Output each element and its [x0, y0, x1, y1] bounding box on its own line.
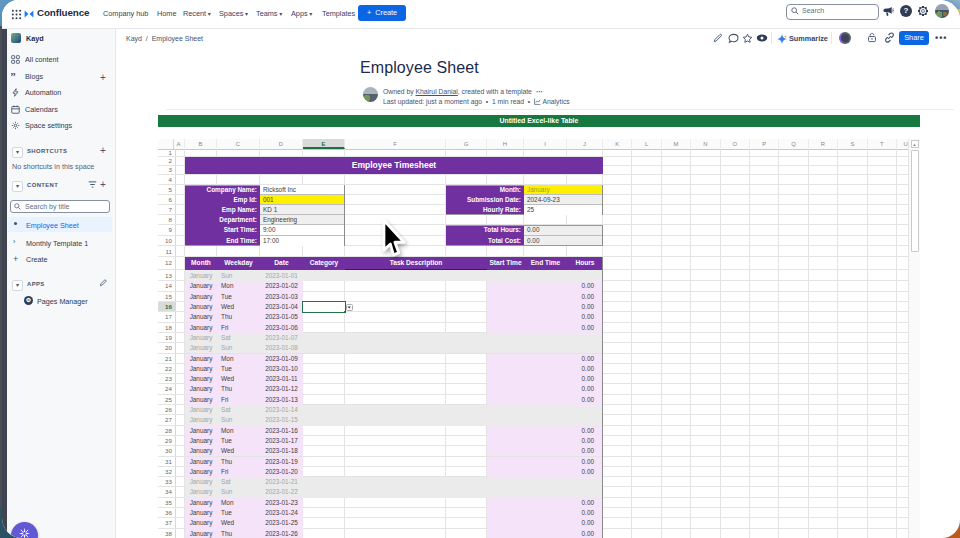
svg-text:”: ” — [11, 72, 16, 81]
